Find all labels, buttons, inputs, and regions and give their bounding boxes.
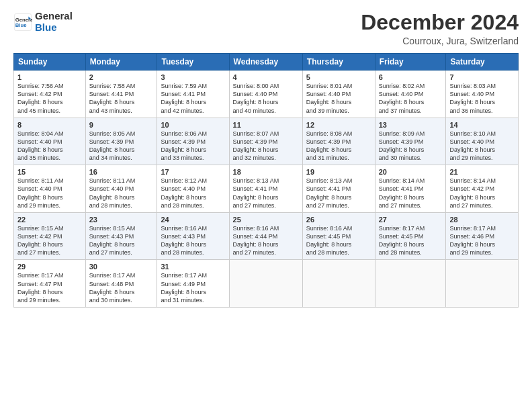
day-number: 17: [161, 168, 225, 176]
cell-info: Sunrise: 8:02 AMSunset: 4:40 PMDaylight:…: [379, 82, 443, 115]
day-number: 8: [17, 121, 82, 129]
calendar-cell: 20Sunrise: 8:14 AMSunset: 4:41 PMDayligh…: [375, 165, 446, 213]
calendar-cell: 28Sunrise: 8:17 AMSunset: 4:46 PMDayligh…: [446, 212, 519, 260]
day-number: 24: [161, 216, 225, 224]
cell-info: Sunrise: 7:58 AMSunset: 4:41 PMDaylight:…: [89, 82, 154, 115]
calendar-cell: 9Sunrise: 8:05 AMSunset: 4:39 PMDaylight…: [85, 118, 157, 165]
header: General Blue General Blue December 2024 …: [13, 11, 519, 46]
calendar-cell: 12Sunrise: 8:08 AMSunset: 4:39 PMDayligh…: [302, 118, 375, 165]
cell-info: Sunrise: 8:14 AMSunset: 4:41 PMDaylight:…: [379, 177, 443, 210]
calendar-cell: 8Sunrise: 8:04 AMSunset: 4:40 PMDaylight…: [14, 118, 86, 165]
cell-info: Sunrise: 8:17 AMSunset: 4:45 PMDaylight:…: [379, 224, 443, 257]
cell-info: Sunrise: 8:10 AMSunset: 4:40 PMDaylight:…: [449, 130, 515, 163]
day-number: 5: [306, 73, 371, 81]
cell-info: Sunrise: 8:04 AMSunset: 4:40 PMDaylight:…: [17, 130, 82, 163]
calendar-cell: 11Sunrise: 8:07 AMSunset: 4:39 PMDayligh…: [229, 118, 302, 165]
day-number: 27: [379, 216, 443, 224]
day-header-wednesday: Wednesday: [229, 54, 302, 71]
day-number: 3: [161, 73, 225, 81]
day-number: 13: [379, 121, 443, 129]
day-number: 23: [89, 216, 154, 224]
cell-info: Sunrise: 8:16 AMSunset: 4:45 PMDaylight:…: [306, 224, 371, 257]
svg-text:Blue: Blue: [15, 22, 27, 28]
day-number: 20: [379, 168, 443, 176]
location: Courroux, Jura, Switzerland: [361, 36, 519, 46]
calendar-cell: 2Sunrise: 7:58 AMSunset: 4:41 PMDaylight…: [85, 71, 157, 118]
calendar-cell: 21Sunrise: 8:14 AMSunset: 4:42 PMDayligh…: [446, 165, 519, 213]
title-block: December 2024 Courroux, Jura, Switzerlan…: [361, 11, 519, 46]
calendar-cell: 25Sunrise: 8:16 AMSunset: 4:44 PMDayligh…: [229, 212, 302, 260]
day-number: 22: [17, 216, 82, 224]
day-number: 19: [306, 168, 371, 176]
cell-info: Sunrise: 8:09 AMSunset: 4:39 PMDaylight:…: [379, 130, 443, 163]
day-number: 12: [306, 121, 371, 129]
cell-info: Sunrise: 7:56 AMSunset: 4:42 PMDaylight:…: [17, 82, 82, 115]
cell-info: Sunrise: 8:14 AMSunset: 4:42 PMDaylight:…: [449, 177, 515, 210]
calendar-cell: 22Sunrise: 8:15 AMSunset: 4:42 PMDayligh…: [14, 212, 86, 260]
calendar-cell: 7Sunrise: 8:03 AMSunset: 4:40 PMDaylight…: [446, 71, 519, 118]
calendar-table: SundayMondayTuesdayWednesdayThursdayFrid…: [13, 53, 519, 308]
day-number: 4: [233, 73, 299, 81]
day-header-friday: Friday: [375, 54, 446, 71]
cell-info: Sunrise: 7:59 AMSunset: 4:41 PMDaylight:…: [161, 82, 225, 115]
calendar-cell: 3Sunrise: 7:59 AMSunset: 4:41 PMDaylight…: [157, 71, 229, 118]
cell-info: Sunrise: 8:08 AMSunset: 4:39 PMDaylight:…: [306, 130, 371, 163]
day-header-saturday: Saturday: [446, 54, 519, 71]
calendar-header-row: SundayMondayTuesdayWednesdayThursdayFrid…: [14, 54, 519, 71]
day-number: 9: [89, 121, 154, 129]
day-header-monday: Monday: [85, 54, 157, 71]
calendar-cell: 26Sunrise: 8:16 AMSunset: 4:45 PMDayligh…: [302, 212, 375, 260]
day-number: 15: [17, 168, 82, 176]
cell-info: Sunrise: 8:00 AMSunset: 4:40 PMDaylight:…: [233, 82, 299, 115]
calendar-week-2: 8Sunrise: 8:04 AMSunset: 4:40 PMDaylight…: [14, 118, 519, 165]
day-number: 29: [17, 263, 82, 271]
calendar-cell: 1Sunrise: 7:56 AMSunset: 4:42 PMDaylight…: [14, 71, 86, 118]
calendar-cell: 5Sunrise: 8:01 AMSunset: 4:40 PMDaylight…: [302, 71, 375, 118]
calendar-cell: [229, 260, 302, 308]
svg-text:General: General: [15, 16, 32, 22]
cell-info: Sunrise: 8:17 AMSunset: 4:46 PMDaylight:…: [449, 224, 515, 257]
calendar-cell: 17Sunrise: 8:12 AMSunset: 4:40 PMDayligh…: [157, 165, 229, 213]
logo-blue: Blue: [35, 22, 73, 34]
calendar-cell: 4Sunrise: 8:00 AMSunset: 4:40 PMDaylight…: [229, 71, 302, 118]
calendar-cell: 29Sunrise: 8:17 AMSunset: 4:47 PMDayligh…: [14, 260, 86, 308]
calendar-cell: 18Sunrise: 8:13 AMSunset: 4:41 PMDayligh…: [229, 165, 302, 213]
calendar-cell: [446, 260, 519, 308]
cell-info: Sunrise: 8:16 AMSunset: 4:44 PMDaylight:…: [233, 224, 299, 257]
day-header-sunday: Sunday: [14, 54, 86, 71]
page: General Blue General Blue December 2024 …: [0, 0, 532, 411]
cell-info: Sunrise: 8:05 AMSunset: 4:39 PMDaylight:…: [89, 130, 154, 163]
cell-info: Sunrise: 8:17 AMSunset: 4:47 PMDaylight:…: [17, 271, 82, 304]
calendar-cell: 30Sunrise: 8:17 AMSunset: 4:48 PMDayligh…: [85, 260, 157, 308]
day-number: 1: [17, 73, 82, 81]
calendar-cell: 10Sunrise: 8:06 AMSunset: 4:39 PMDayligh…: [157, 118, 229, 165]
calendar-cell: 23Sunrise: 8:15 AMSunset: 4:43 PMDayligh…: [85, 212, 157, 260]
logo: General Blue General Blue: [13, 11, 73, 33]
cell-info: Sunrise: 8:16 AMSunset: 4:43 PMDaylight:…: [161, 224, 225, 257]
calendar-week-5: 29Sunrise: 8:17 AMSunset: 4:47 PMDayligh…: [14, 260, 519, 308]
cell-info: Sunrise: 8:11 AMSunset: 4:40 PMDaylight:…: [89, 177, 154, 210]
calendar-cell: 31Sunrise: 8:17 AMSunset: 4:49 PMDayligh…: [157, 260, 229, 308]
calendar-cell: 14Sunrise: 8:10 AMSunset: 4:40 PMDayligh…: [446, 118, 519, 165]
cell-info: Sunrise: 8:12 AMSunset: 4:40 PMDaylight:…: [161, 177, 225, 210]
cell-info: Sunrise: 8:13 AMSunset: 4:41 PMDaylight:…: [306, 177, 371, 210]
calendar-week-3: 15Sunrise: 8:11 AMSunset: 4:40 PMDayligh…: [14, 165, 519, 213]
day-header-thursday: Thursday: [302, 54, 375, 71]
calendar-cell: 6Sunrise: 8:02 AMSunset: 4:40 PMDaylight…: [375, 71, 446, 118]
day-number: 30: [89, 263, 154, 271]
cell-info: Sunrise: 8:13 AMSunset: 4:41 PMDaylight:…: [233, 177, 299, 210]
day-number: 2: [89, 73, 154, 81]
calendar-cell: 19Sunrise: 8:13 AMSunset: 4:41 PMDayligh…: [302, 165, 375, 213]
cell-info: Sunrise: 8:01 AMSunset: 4:40 PMDaylight:…: [306, 82, 371, 115]
calendar-cell: 15Sunrise: 8:11 AMSunset: 4:40 PMDayligh…: [14, 165, 86, 213]
calendar-cell: 27Sunrise: 8:17 AMSunset: 4:45 PMDayligh…: [375, 212, 446, 260]
calendar-cell: [302, 260, 375, 308]
day-number: 18: [233, 168, 299, 176]
day-header-tuesday: Tuesday: [157, 54, 229, 71]
calendar-cell: 16Sunrise: 8:11 AMSunset: 4:40 PMDayligh…: [85, 165, 157, 213]
month-title: December 2024: [361, 11, 519, 34]
cell-info: Sunrise: 8:15 AMSunset: 4:43 PMDaylight:…: [89, 224, 154, 257]
logo-icon: General Blue: [13, 13, 32, 32]
day-number: 16: [89, 168, 154, 176]
calendar-week-1: 1Sunrise: 7:56 AMSunset: 4:42 PMDaylight…: [14, 71, 519, 118]
